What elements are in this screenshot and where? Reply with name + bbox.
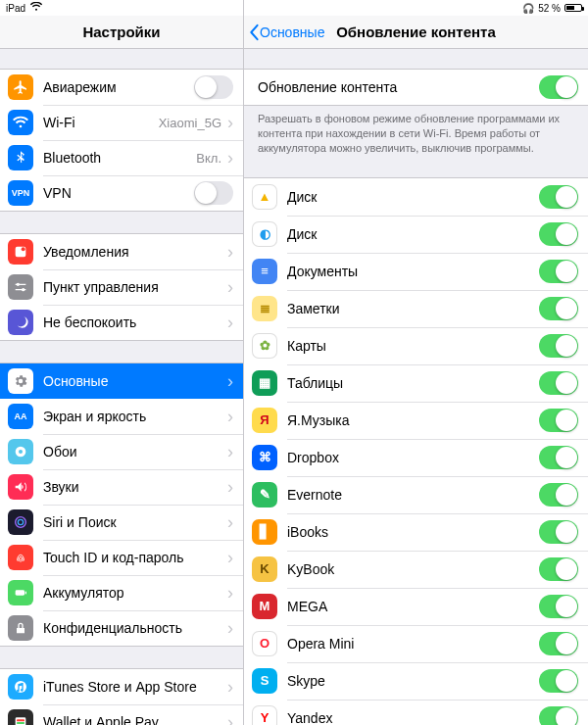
notes-toggle[interactable] (539, 297, 578, 320)
row-label: VPN (43, 185, 194, 201)
back-button[interactable]: Основные (248, 24, 324, 41)
ymaps-toggle[interactable] (539, 334, 578, 358)
settings-row-bluetooth[interactable]: BluetoothВкл.› (0, 140, 243, 175)
svg-point-4 (22, 288, 24, 291)
skype-toggle[interactable] (539, 669, 578, 693)
row-label: Touch ID и код-пароль (43, 550, 227, 565)
svg-rect-10 (25, 592, 26, 595)
detail-scroll[interactable]: Обновление контента Разрешать в фоновом … (244, 49, 588, 725)
app-row-kybook: KKyBook (244, 551, 588, 588)
svg-point-2 (22, 247, 25, 251)
master-toggle[interactable] (539, 75, 578, 99)
settings-row-touchid[interactable]: Touch ID и код-пароль› (0, 540, 243, 575)
row-label: Уведомления (43, 244, 227, 260)
app-row-ibooks: ▋iBooks (244, 513, 588, 551)
chevron-right-icon: › (227, 408, 233, 425)
settings-row-general[interactable]: Основные› (0, 363, 243, 399)
row-label: Siri и Поиск (43, 514, 227, 530)
settings-row-notifications[interactable]: Уведомления› (0, 234, 243, 269)
app-label: Skype (287, 673, 539, 689)
master-toggle-label: Обновление контента (252, 79, 539, 95)
yandex-app-icon: Y (252, 705, 277, 725)
row-value: Вкл. (196, 151, 221, 166)
app-row-mega: MMEGA (244, 588, 588, 625)
settings-row-battery[interactable]: Аккумулятор› (0, 575, 243, 610)
svg-rect-13 (17, 719, 24, 721)
settings-row-airplane[interactable]: Авиарежим (0, 70, 243, 105)
chevron-right-icon: › (227, 372, 233, 390)
chevron-right-icon: › (227, 513, 233, 531)
app-row-ymusic: ЯЯ.Музыка (244, 402, 588, 439)
privacy-icon (8, 615, 33, 641)
status-bar-left: iPad (0, 0, 243, 16)
row-label: Не беспокоить (43, 314, 227, 330)
itunes-icon (8, 674, 33, 700)
yandex-toggle[interactable] (539, 706, 578, 725)
settings-row-vpn[interactable]: VPNVPN (0, 175, 243, 211)
row-label: Wallet и Apple Pay (43, 714, 227, 725)
opera-toggle[interactable] (539, 632, 578, 655)
settings-row-itunes[interactable]: iTunes Store и App Store› (0, 669, 243, 704)
settings-row-control[interactable]: Пункт управления› (0, 269, 243, 305)
settings-row-display[interactable]: AAЭкран и яркость› (0, 399, 243, 434)
row-label: Wi-Fi (43, 115, 159, 130)
mega-toggle[interactable] (539, 595, 578, 618)
chevron-right-icon: › (227, 619, 233, 637)
headphones-icon: 🎧 (522, 3, 534, 14)
settings-row-privacy[interactable]: Конфиденциальность› (0, 610, 243, 646)
gdrive-toggle[interactable] (539, 185, 578, 209)
settings-title: Настройки (82, 24, 160, 40)
kybook-toggle[interactable] (539, 557, 578, 581)
app-row-notes: ≣Заметки (244, 290, 588, 327)
notifications-icon (8, 239, 33, 265)
app-list: ▲Диск◐Диск≡Документы≣Заметки✿Карты▦Табли… (244, 177, 588, 725)
ydisk-toggle[interactable] (539, 222, 578, 246)
ymusic-toggle[interactable] (539, 409, 578, 432)
wifi-icon (8, 110, 33, 135)
settings-row-siri[interactable]: Siri и Поиск› (0, 505, 243, 540)
general-icon (8, 368, 33, 394)
evernote-toggle[interactable] (539, 483, 578, 507)
svg-point-7 (16, 517, 26, 528)
airplane-toggle[interactable] (194, 75, 233, 99)
dropbox-toggle[interactable] (539, 446, 578, 469)
chevron-right-icon: › (227, 243, 233, 261)
vpn-toggle[interactable] (194, 181, 233, 205)
app-label: KyBook (287, 561, 539, 577)
row-label: Основные (43, 373, 227, 389)
wifi-icon (29, 2, 43, 14)
chevron-right-icon: › (227, 278, 233, 296)
row-label: iTunes Store и App Store (43, 679, 227, 695)
chevron-right-icon: › (227, 713, 233, 725)
app-label: Opera Mini (287, 636, 539, 652)
svg-rect-14 (17, 722, 24, 724)
detail-title: Обновление контента (336, 24, 496, 40)
notes-app-icon: ≣ (252, 296, 277, 321)
ymusic-app-icon: Я (252, 408, 277, 433)
chevron-right-icon: › (227, 443, 233, 460)
settings-row-wifi[interactable]: Wi-FiXiaomi_5G› (0, 105, 243, 140)
settings-row-wallpaper[interactable]: Обои› (0, 434, 243, 469)
app-row-gdrive: ▲Диск (244, 178, 588, 216)
master-toggle-row: Обновление контента (244, 70, 588, 105)
skype-app-icon: S (252, 668, 277, 694)
row-label: Обои (43, 444, 227, 459)
settings-row-sounds[interactable]: Звуки› (0, 469, 243, 505)
app-label: Карты (287, 338, 539, 354)
svg-point-3 (17, 283, 20, 286)
gsheets-toggle[interactable] (539, 371, 578, 395)
device-name: iPad (6, 3, 25, 14)
settings-list[interactable]: АвиарежимWi-FiXiaomi_5G›BluetoothВкл.›VP… (0, 49, 243, 725)
app-label: Таблицы (287, 375, 539, 391)
app-row-ydisk: ◐Диск (244, 216, 588, 253)
ibooks-toggle[interactable] (539, 520, 578, 544)
display-icon: AA (8, 404, 33, 429)
settings-row-dnd[interactable]: Не беспокоить› (0, 305, 243, 340)
chevron-right-icon: › (227, 549, 233, 566)
app-label: Я.Музыка (287, 412, 539, 428)
gdocs-toggle[interactable] (539, 260, 578, 283)
chevron-right-icon: › (227, 478, 233, 496)
app-label: Yandex (287, 710, 539, 725)
settings-row-wallet[interactable]: Wallet и Apple Pay› (0, 704, 243, 725)
row-label: Авиарежим (43, 79, 194, 95)
